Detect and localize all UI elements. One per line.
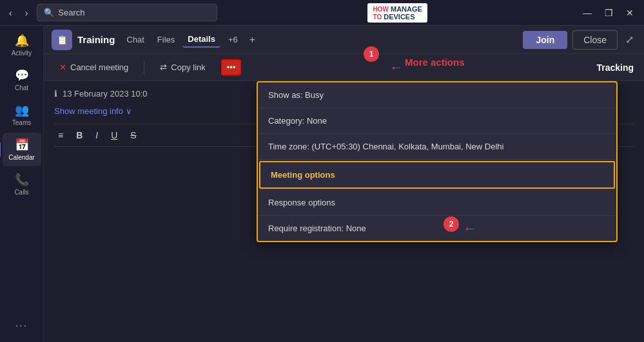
activity-icon: 🔔 <box>15 33 29 48</box>
annotation-arrow-1: ← <box>389 59 404 76</box>
tab-details[interactable]: Details <box>182 32 220 48</box>
title-bar: ‹ › 🔍 Search HOW MANAGE TO DEVICES — ❐ ✕ <box>0 0 644 26</box>
strikethrough-button[interactable]: S <box>126 128 140 142</box>
logo: HOW MANAGE TO DEVICES <box>367 3 427 23</box>
dropdown-item-registration[interactable]: Require registration: None <box>258 216 616 241</box>
logo-to: TO <box>373 14 382 21</box>
date-text: 13 February 2023 10:0 <box>63 89 148 99</box>
dropdown-item-category[interactable]: Category: None <box>258 108 616 134</box>
tabs-bar: 📋 Training Chat Files Details +6 + Join … <box>44 26 644 54</box>
dropdown-item-meeting-options[interactable]: Meeting options <box>259 161 615 189</box>
team-icon-symbol: 📋 <box>57 35 68 45</box>
toolbar-divider-1 <box>144 61 144 74</box>
search-placeholder: Search <box>58 8 84 17</box>
sidebar-item-label-chat: Chat <box>15 84 28 91</box>
title-bar-left: ‹ › 🔍 Search <box>5 4 217 21</box>
calendar-icon: 📅 <box>15 138 29 152</box>
content-area: 📋 Training Chat Files Details +6 + Join … <box>44 26 644 342</box>
cancel-label: Cancel meeting <box>70 62 128 72</box>
sidebar-item-chat[interactable]: 💬 Chat <box>3 63 41 97</box>
tracking-label: Tracking <box>596 62 634 73</box>
sidebar-item-teams[interactable]: 👥 Teams <box>3 98 41 131</box>
annotation-arrow-2: ← <box>463 220 477 237</box>
dropdown-item-response-options[interactable]: Response options <box>258 190 616 216</box>
tab-files[interactable]: Files <box>152 32 180 47</box>
sidebar-item-label-activity: Activity <box>12 50 32 57</box>
sidebar-more[interactable]: ... <box>3 312 41 334</box>
meeting-toolbar: ✕ Cancel meeting ⇄ Copy link ••• Trackin… <box>44 54 644 81</box>
meeting-body: ℹ 13 February 2023 10:0 Show meeting inf… <box>44 81 644 342</box>
copy-link-action[interactable]: ⇄ Copy link <box>155 60 210 75</box>
more-actions-annotation: More actions <box>405 57 465 68</box>
restore-button[interactable]: ❐ <box>600 5 618 21</box>
expand-button[interactable]: ⤢ <box>623 31 636 48</box>
italic-button[interactable]: I <box>92 128 102 142</box>
add-tab-button[interactable]: + <box>246 33 259 47</box>
search-icon: 🔍 <box>44 8 54 17</box>
chat-icon: 💬 <box>15 68 29 82</box>
dropdown-item-show-as[interactable]: Show as: Busy <box>258 82 616 108</box>
annotation-bubble-1: 1 <box>364 46 379 62</box>
main-layout: 🔔 Activity 💬 Chat 👥 Teams 📅 Calendar 📞 C… <box>0 26 644 342</box>
sidebar: 🔔 Activity 💬 Chat 👥 Teams 📅 Calendar 📞 C… <box>0 26 44 342</box>
underline-button[interactable]: U <box>107 128 121 142</box>
annotation-bubble-2: 2 <box>444 216 459 232</box>
more-icon: ... <box>15 318 28 329</box>
tab-actions: Join Close ⤢ <box>523 30 636 50</box>
forward-button[interactable]: › <box>21 5 32 21</box>
more-actions-dropdown: Show as: Busy Category: None Time zone: … <box>257 81 618 242</box>
search-bar[interactable]: 🔍 Search <box>37 4 217 21</box>
bold-button[interactable]: B <box>72 128 86 142</box>
close-meeting-button[interactable]: Close <box>572 30 618 50</box>
sidebar-item-label-teams: Teams <box>12 119 31 126</box>
sidebar-item-label-calendar: Calendar <box>8 154 35 161</box>
sidebar-item-calls[interactable]: 📞 Calls <box>3 167 41 201</box>
info-icon: ℹ <box>54 89 57 99</box>
tab-more[interactable]: +6 <box>223 32 243 47</box>
tab-chat[interactable]: Chat <box>121 32 149 47</box>
join-button[interactable]: Join <box>523 31 567 49</box>
sidebar-item-activity[interactable]: 🔔 Activity <box>3 28 41 62</box>
sidebar-item-label-calls: Calls <box>14 189 28 196</box>
copy-label: Copy link <box>171 62 205 72</box>
copy-icon: ⇄ <box>160 62 167 72</box>
team-icon: 📋 <box>52 30 72 50</box>
list-button[interactable]: ≡ <box>54 128 67 142</box>
logo-how: HOW <box>373 6 388 13</box>
title-bar-right: — ❐ ✕ <box>578 5 639 21</box>
dropdown-item-timezone[interactable]: Time zone: (UTC+05:30) Chennai, Kolkata,… <box>258 134 616 160</box>
calls-icon: 📞 <box>15 173 29 187</box>
minimize-button[interactable]: — <box>578 5 597 21</box>
back-button[interactable]: ‹ <box>5 5 16 21</box>
sidebar-item-calendar[interactable]: 📅 Calendar <box>3 133 41 166</box>
cancel-meeting-action[interactable]: ✕ Cancel meeting <box>54 60 133 75</box>
cancel-icon: ✕ <box>59 62 66 72</box>
window-close-button[interactable]: ✕ <box>621 5 639 21</box>
team-name: Training <box>77 34 115 45</box>
teams-icon: 👥 <box>15 103 29 117</box>
chevron-down-icon: ∨ <box>126 106 132 116</box>
show-meeting-info-label: Show meeting info <box>54 106 123 116</box>
logo-manage: MANAGE <box>391 5 422 13</box>
logo-devices: DEVICES <box>384 13 415 21</box>
more-actions-button[interactable]: ••• <box>221 59 242 75</box>
